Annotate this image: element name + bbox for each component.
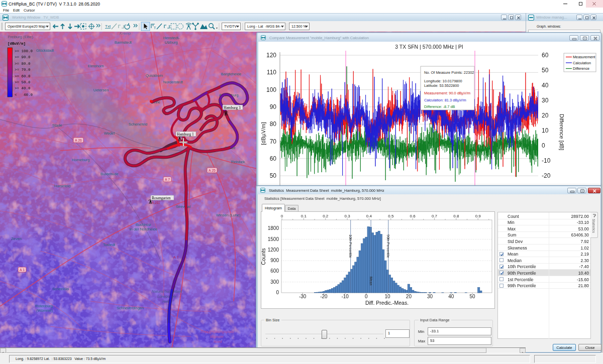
svg-text:100: 100 [266,86,276,93]
svg-text:0.8: 0.8 [453,214,459,218]
svg-text:Freiburg (Elbe): Freiburg (Elbe) [8,35,34,39]
svg-text:0: 0 [276,290,279,295]
svg-text:Diff. Predic.-Meas.: Diff. Predic.-Meas. [365,300,409,306]
svg-text:0.9: 0.9 [475,214,481,218]
svg-text:110: 110 [267,69,276,76]
svg-text:1200: 1200 [268,247,279,253]
svg-text:Latitude: 53.5522800: Latitude: 53.5522800 [424,83,459,88]
svg-text:80: 80 [270,120,277,128]
svg-text:T: T [154,26,156,30]
svg-text:Kremp: Kremp [120,32,131,36]
svg-text:Measurement: Measurement [573,55,595,59]
svg-text:Ulzburg: Ulzburg [165,40,178,45]
svg-text:Naturschutzgebiet: Naturschutzgebiet [152,289,182,294]
svg-text:A 7: A 7 [173,256,178,259]
svg-text:Longitude: 10.0179800: Longitude: 10.0179800 [424,79,462,83]
svg-text:Winsen (Luhe): Winsen (Luhe) [216,213,241,217]
svg-text:Hamburg 3: Hamburg 3 [224,105,241,110]
svg-text:30: 30 [427,294,433,299]
svg-text:-10: -10 [542,157,551,164]
svg-text:[dBuV/m]: [dBuV/m] [8,42,26,46]
svg-text:>= 90.0: >= 90.0 [15,55,31,59]
svg-text:20: 20 [542,112,549,119]
svg-text:40: 40 [542,82,549,89]
svg-text:Txt: Txt [105,24,111,29]
svg-text:(Wümme): (Wümme) [36,308,53,313]
svg-text:Difference: Difference [573,66,589,71]
svg-text:-30: -30 [299,294,307,299]
svg-text:Barmstedt: Barmstedt [115,40,132,45]
svg-text:>= 70.0: >= 70.0 [15,68,31,72]
svg-text:90: 90 [270,103,277,110]
svg-text:Hamburg 1: Hamburg 1 [177,132,194,137]
svg-text:Truppenübungsplatz: Truppenübungsplatz [200,329,234,334]
svg-text:No. Of Measure Points: 22302: No. Of Measure Points: 22302 [424,70,474,75]
svg-text:Rosengarten: Rosengarten [152,196,171,200]
svg-text:A 26: A 26 [75,139,82,142]
svg-text:Difference: -8.7 dB: Difference: -8.7 dB [424,104,455,109]
svg-text:Counts: Counts [261,248,266,265]
svg-text:Reinbek: Reinbek [231,160,245,164]
svg-text:Buchholz: Buchholz [136,222,151,227]
svg-text:0: 0 [542,142,545,149]
svg-text:120: 120 [266,52,276,59]
svg-text:Rotenburg: Rotenburg [35,304,53,308]
svg-text:Tostedt: Tostedt [103,242,116,247]
svg-text:0: 0 [365,294,368,299]
svg-text:Difference [dB]: Difference [dB] [559,114,565,151]
svg-text:Glückstadt: Glückstadt [36,48,54,53]
svg-text:Wedel: Wedel [104,131,115,136]
svg-text:< 40.0: < 40.0 [15,93,33,97]
svg-text:Scheelßel: Scheelßel [52,287,69,291]
svg-text:Munster: Munster [210,334,224,339]
svg-text:Calculation: 81.3 dBµV/m: Calculation: 81.3 dBµV/m [424,98,466,102]
svg-text:>= 60.0: >= 60.0 [15,74,31,78]
svg-text:0: 0 [281,214,283,218]
svg-text:-20: -20 [320,294,328,299]
svg-text:0.6: 0.6 [410,214,416,218]
svg-text:>= 80.0: >= 80.0 [15,62,31,66]
svg-text:Uetersen: Uetersen [93,88,109,92]
svg-text:0.7: 0.7 [432,214,438,218]
svg-text:1800: 1800 [268,225,279,231]
svg-text:0.4: 0.4 [366,214,372,218]
svg-text:Mean: Mean [369,277,373,286]
svg-text:70: 70 [270,138,277,145]
svg-text:Elmshorn: Elmshorn [88,64,104,68]
svg-text:>= 100.0: >= 100.0 [15,49,33,53]
svg-text:-10: -10 [341,294,349,299]
svg-text:1500: 1500 [268,236,279,242]
svg-text:Measurement: 90.0 dBµV/m: Measurement: 90.0 dBµV/m [424,91,470,95]
svg-text:Seevetal: Seevetal [176,204,191,209]
svg-text:600: 600 [270,268,279,274]
svg-text:Nord: Nord [214,339,222,344]
svg-text:50: 50 [270,172,277,179]
svg-text:60: 60 [270,155,277,162]
svg-text:Quickborn: Quickborn [146,73,163,78]
svg-text:Zeven: Zeven [11,236,22,241]
svg-text:A 25: A 25 [209,169,216,172]
svg-text:Norderstedt: Norderstedt [163,80,183,84]
svg-text:10: 10 [385,294,391,299]
svg-text:0.1: 0.1 [301,214,307,218]
svg-text:in der Nordheide: in der Nordheide [130,227,157,231]
svg-text:10: 10 [542,127,549,134]
svg-text:[dBµV/m]: [dBµV/m] [260,122,266,145]
svg-text:90th Percentile: 90th Percentile [386,234,390,258]
svg-text:40: 40 [448,294,454,299]
svg-text:300: 300 [270,279,279,285]
svg-text:60: 60 [542,52,549,59]
svg-text:50: 50 [542,67,549,74]
svg-text:3 TX SFN | 570.000 MHz | PI: 3 TX SFN | 570.000 MHz | PI [395,44,463,50]
svg-text:10th Percentile: 10th Percentile [349,234,352,258]
svg-text:Schenefeld: Schenefeld [129,122,148,127]
svg-text:A 261: A 261 [152,201,160,204]
svg-text:A 7: A 7 [165,178,170,181]
svg-text:50: 50 [470,294,476,299]
svg-text:0.5: 0.5 [388,214,394,218]
svg-text:Lüneburger: Lüneburger [157,294,177,299]
svg-text:20: 20 [406,294,412,299]
svg-text:>= 50.0: >= 50.0 [15,80,31,84]
svg-text:Bargteheide: Bargteheide [221,72,241,76]
svg-text:Calculation: Calculation [573,61,591,65]
